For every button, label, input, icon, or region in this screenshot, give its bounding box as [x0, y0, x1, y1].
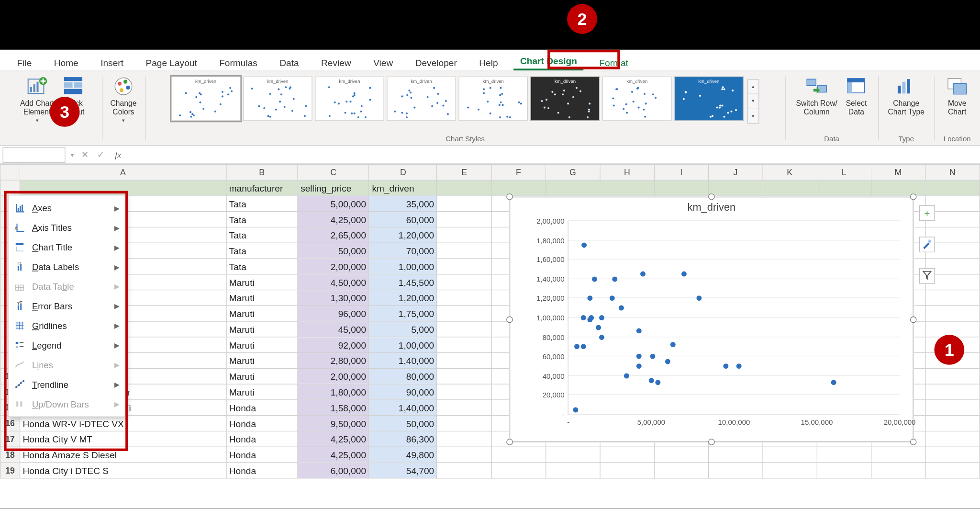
chart-elements-button[interactable]: +: [919, 205, 935, 221]
cell[interactable]: [437, 321, 491, 337]
select-all-cell[interactable]: [0, 164, 20, 180]
data-point[interactable]: [592, 276, 597, 282]
cell[interactable]: Honda: [226, 447, 298, 463]
resize-handle[interactable]: [506, 193, 513, 200]
cell[interactable]: 1,40,000: [369, 353, 437, 369]
column-header-I[interactable]: I: [654, 164, 708, 180]
cell[interactable]: [817, 180, 871, 196]
cell[interactable]: 54,700: [369, 463, 437, 478]
cell[interactable]: 1,45,500: [369, 274, 437, 290]
column-header-C[interactable]: C: [298, 164, 369, 180]
column-header-J[interactable]: J: [708, 164, 762, 180]
cell[interactable]: 50,000: [369, 416, 437, 431]
cell[interactable]: [708, 463, 762, 478]
cell[interactable]: [491, 180, 546, 196]
column-header-H[interactable]: H: [600, 164, 654, 180]
column-header-A[interactable]: A: [20, 164, 226, 180]
row-header[interactable]: 18: [0, 447, 20, 463]
name-box[interactable]: [2, 147, 65, 163]
resize-handle[interactable]: [910, 316, 917, 323]
data-point[interactable]: [599, 315, 604, 320]
cell[interactable]: Honda: [226, 431, 298, 447]
cell[interactable]: 4,25,000: [298, 212, 369, 227]
cell[interactable]: [437, 447, 491, 463]
cell[interactable]: [925, 416, 980, 431]
cell[interactable]: [654, 180, 708, 196]
data-point[interactable]: [648, 378, 654, 383]
data-point[interactable]: [596, 325, 601, 330]
cell[interactable]: 9,50,000: [298, 416, 369, 431]
cell[interactable]: 1,80,000: [298, 384, 369, 400]
cell[interactable]: [925, 400, 980, 416]
cell[interactable]: [708, 447, 762, 463]
cell[interactable]: Maruti: [226, 368, 298, 384]
resize-handle[interactable]: [708, 439, 715, 445]
cell[interactable]: [546, 180, 600, 196]
row-header[interactable]: 17: [0, 431, 20, 447]
change-chart-type-button[interactable]: Change Chart Type: [885, 74, 927, 117]
chart-style-3[interactable]: km_driven: [315, 77, 384, 121]
chart-styles-scroll[interactable]: ▴ ▾ ▾: [747, 79, 759, 124]
cell[interactable]: [437, 196, 491, 212]
cell[interactable]: [871, 463, 925, 478]
cell[interactable]: Maruti: [226, 305, 298, 321]
cell[interactable]: [437, 400, 491, 416]
cell[interactable]: Maruti: [226, 337, 298, 353]
cell[interactable]: Honda WR-V i-DTEC VX: [20, 416, 226, 431]
chart-style-6[interactable]: km_driven: [531, 77, 600, 121]
data-point[interactable]: [589, 315, 594, 320]
cell[interactable]: [437, 416, 491, 431]
column-header-N[interactable]: N: [925, 164, 980, 180]
cell[interactable]: [437, 259, 491, 274]
cell[interactable]: 1,20,000: [369, 290, 437, 306]
cell[interactable]: [763, 180, 817, 196]
chart-plot-area[interactable]: -20,00040,00060,00080,0001,00,0001,20,00…: [568, 221, 900, 415]
cell[interactable]: [437, 180, 491, 196]
column-header-F[interactable]: F: [491, 164, 546, 180]
chart-style-8[interactable]: km_driven: [674, 77, 744, 121]
cell[interactable]: 90,000: [369, 384, 437, 400]
data-point[interactable]: [650, 354, 656, 359]
data-point[interactable]: [831, 380, 836, 385]
menu-axis-titles[interactable]: A Axis Titles ▶: [9, 218, 125, 238]
data-point[interactable]: [640, 271, 646, 276]
menu-chart-title[interactable]: Chart Title ▶: [9, 238, 125, 257]
data-point[interactable]: [610, 296, 615, 301]
cell[interactable]: [600, 180, 654, 196]
tab-formulas[interactable]: Formulas: [213, 54, 264, 70]
tab-file[interactable]: File: [11, 54, 38, 70]
change-colors-button[interactable]: Change Colors ▾: [108, 74, 139, 126]
data-point[interactable]: [697, 296, 702, 301]
cell[interactable]: [437, 431, 491, 447]
cell[interactable]: [491, 447, 546, 463]
cell[interactable]: Maruti: [226, 290, 298, 306]
cell[interactable]: 1,20,000: [369, 227, 437, 243]
cell[interactable]: [654, 463, 708, 478]
cell[interactable]: 92,000: [298, 337, 369, 353]
column-header-M[interactable]: M: [871, 164, 925, 180]
cell[interactable]: 1,58,000: [298, 400, 369, 416]
cell[interactable]: Maruti: [226, 353, 298, 369]
data-point[interactable]: [636, 328, 641, 334]
cell[interactable]: [708, 180, 762, 196]
cell[interactable]: 96,000: [298, 305, 369, 321]
tab-chart-design[interactable]: Chart Design: [513, 52, 583, 70]
cell[interactable]: [925, 368, 980, 384]
cell[interactable]: 35,000: [369, 196, 437, 212]
menu-error-bars[interactable]: Error Bars ▶: [9, 296, 125, 316]
chart-style-1[interactable]: km_driven: [171, 77, 241, 121]
tab-insert[interactable]: Insert: [94, 54, 130, 70]
data-point[interactable]: [582, 243, 587, 248]
cell[interactable]: [437, 463, 491, 478]
cell[interactable]: Maruti: [226, 384, 298, 400]
switch-row-column-button[interactable]: Switch Row/ Column: [793, 74, 840, 117]
column-header-G[interactable]: G: [546, 164, 600, 180]
resize-handle[interactable]: [708, 193, 715, 200]
cell[interactable]: Tata: [226, 227, 298, 243]
cell[interactable]: 5,00,000: [298, 196, 369, 212]
data-point[interactable]: [599, 335, 604, 340]
chart-styles-button[interactable]: [919, 237, 935, 252]
data-point[interactable]: [624, 373, 629, 378]
cell[interactable]: [600, 447, 654, 463]
cell[interactable]: 50,000: [298, 243, 369, 259]
